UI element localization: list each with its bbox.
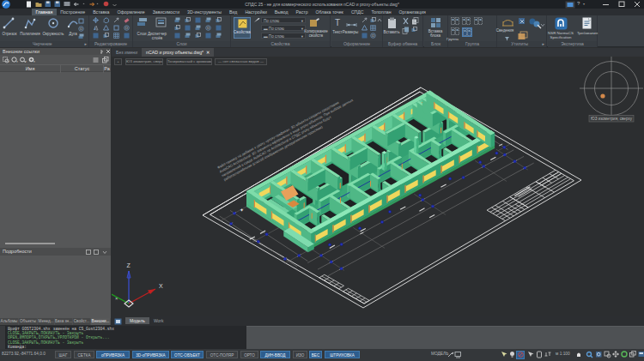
svg-text:T: T [335, 18, 340, 27]
svg-text:Z: Z [127, 262, 131, 268]
svg-text:✦: ✦ [240, 208, 244, 213]
svg-text:X: X [159, 283, 163, 289]
svg-text:ЮЗ изометрия, сверху: ЮЗ изометрия, сверху [591, 117, 633, 121]
